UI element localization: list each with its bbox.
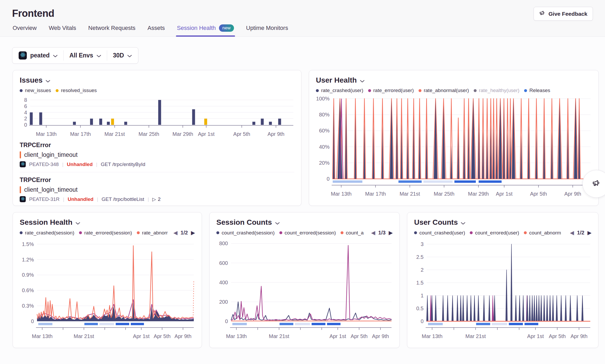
svg-text:Mar 13th: Mar 13th	[36, 131, 57, 137]
svg-text:Mar 13th: Mar 13th	[32, 333, 53, 339]
give-feedback-button[interactable]: Give Feedback	[534, 7, 593, 21]
pagination-label: 1/2	[181, 230, 188, 236]
top-panel-row: Issues new_issues resolved_issues 02468M…	[13, 70, 599, 206]
prev-page-icon[interactable]: ◀	[371, 230, 375, 236]
megaphone-icon	[592, 179, 601, 189]
issues-legend: new_issues resolved_issues	[20, 88, 294, 93]
svg-text:Mar 17th: Mar 17th	[365, 191, 386, 197]
svg-text:Mar 25th: Mar 25th	[138, 131, 159, 137]
next-page-icon[interactable]: ▶	[389, 230, 393, 236]
session-health-chart: 00.3%0.6%0.9%1.2%1.5%Mar 13thMar 21stApr…	[20, 238, 195, 344]
svg-text:2: 2	[24, 116, 27, 121]
legend-item-count-crashed-session[interactable]: count_crashed(session)	[216, 230, 275, 236]
svg-text:80%: 80%	[319, 112, 330, 117]
svg-text:Mar 21st: Mar 21st	[74, 333, 94, 339]
legend-dot	[316, 89, 319, 92]
chevron-down-icon	[76, 222, 80, 225]
legend-item-rate-errored-user[interactable]: rate_errored(user)	[368, 88, 414, 93]
date-range-filter[interactable]: 30D	[107, 50, 138, 61]
svg-text:Apr 5th: Apr 5th	[530, 191, 547, 197]
legend-item-count-a[interactable]: count_a	[341, 230, 364, 236]
tab-uptime-monitors[interactable]: Uptime Monitors	[246, 23, 289, 36]
svg-text:20%: 20%	[319, 160, 330, 166]
tab-label: Network Requests	[88, 25, 135, 31]
prev-page-icon[interactable]: ◀	[174, 230, 178, 236]
legend-item-rate-abnorr[interactable]: rate_abnorr	[137, 230, 168, 236]
svg-text:200: 200	[219, 299, 228, 305]
environment-filter[interactable]: All Envs	[63, 50, 107, 61]
svg-text:Apr 1st: Apr 1st	[198, 131, 215, 137]
issue-meta-row: PEATED-31R | Unhandled | GET /trpc/bottl…	[20, 196, 294, 202]
svg-text:Apr 9th: Apr 9th	[571, 333, 587, 339]
legend-item-rate-crashed-user[interactable]: rate_crashed(user)	[316, 88, 363, 93]
legend-item-rate-healthy-user[interactable]: rate_healthy(user)	[474, 88, 519, 93]
svg-text:400: 400	[219, 280, 228, 285]
chevron-down-icon	[127, 52, 132, 59]
project-filter[interactable]: peated	[13, 50, 63, 61]
project-filter-value: peated	[30, 52, 50, 59]
session-health-panel-title[interactable]: Session Health	[20, 218, 195, 227]
tab-web-vitals[interactable]: Web Vitals	[48, 23, 77, 36]
legend-item-releases[interactable]: Releases	[524, 88, 550, 93]
legend-dot	[279, 231, 282, 234]
legend-item-rate-crashed-session[interactable]: rate_crashed(session)	[20, 230, 74, 236]
legend-dot	[20, 231, 23, 234]
svg-text:100%: 100%	[316, 96, 330, 101]
svg-text:8: 8	[24, 97, 27, 103]
user-health-panel-title[interactable]: User Health	[316, 76, 592, 84]
issue-endpoint: GET /trpc/bottleList	[102, 196, 144, 202]
next-page-icon[interactable]: ▶	[587, 230, 591, 236]
chevron-down-icon	[97, 55, 101, 57]
megaphone-icon	[592, 179, 601, 188]
issue-row[interactable]: TRPCError client_login_timeout PEATED-31…	[20, 172, 294, 206]
pagination-label: 1/3	[378, 230, 386, 236]
legend-item-rate-abnormal-user[interactable]: rate_abnormal(user)	[419, 88, 469, 93]
issue-platform-icon	[20, 161, 26, 167]
user-counts-panel-title[interactable]: User Counts	[414, 218, 591, 227]
next-page-icon[interactable]: ▶	[191, 230, 195, 236]
svg-text:6: 6	[24, 103, 27, 109]
tab-overview[interactable]: Overview	[12, 23, 37, 36]
filter-bar: peated All Envs 30D	[12, 47, 138, 64]
chevron-down-icon	[97, 52, 101, 59]
legend-item-resolved-issues[interactable]: resolved_issues	[56, 88, 97, 93]
issue-type: TRPCError	[20, 142, 294, 149]
svg-text:Apr 1st: Apr 1st	[496, 191, 513, 197]
user-counts-panel: User Counts count_crashed(user) count_er…	[407, 212, 598, 348]
environment-filter-value: All Envs	[69, 52, 93, 59]
legend-dot	[20, 89, 23, 92]
svg-text:Mar 21st: Mar 21st	[400, 191, 420, 197]
chevron-down-icon	[360, 76, 364, 84]
svg-text:Mar 17th: Mar 17th	[70, 131, 91, 137]
legend-item-rate-errored-session[interactable]: rate_errored(session)	[79, 230, 132, 236]
session-counts-panel-title[interactable]: Session Counts	[216, 218, 393, 227]
issue-short-id: PEATED-348	[29, 162, 59, 167]
prev-page-icon[interactable]: ◀	[570, 230, 574, 236]
svg-text:2.5: 2.5	[416, 254, 424, 260]
issues-bar-chart: 02468Mar 13thMar 17thMar 21stMar 25thMar…	[20, 95, 295, 137]
chevron-down-icon	[360, 80, 364, 83]
legend-item-count-errored-session[interactable]: count_errored(session)	[279, 230, 336, 236]
legend-dot	[524, 231, 527, 234]
legend-item-count-abnorm[interactable]: count_abnorm	[524, 230, 561, 236]
svg-text:1.5: 1.5	[416, 280, 424, 286]
svg-text:3: 3	[421, 241, 424, 247]
react-logo-icon	[21, 162, 25, 166]
tab-network-requests[interactable]: Network Requests	[88, 23, 136, 36]
legend-item-count-errored-user[interactable]: count_errored(user)	[470, 230, 519, 236]
legend-dot	[56, 89, 59, 92]
svg-text:Mar 21st: Mar 21st	[465, 333, 486, 339]
chevron-down-icon	[275, 222, 280, 225]
svg-text:Apr 1st: Apr 1st	[330, 333, 346, 339]
issues-panel-title[interactable]: Issues	[20, 76, 294, 84]
tab-bar: Overview Web Vitals Network Requests Ass…	[0, 19, 605, 37]
issue-row[interactable]: TRPCError client_login_timeout PEATED-34…	[20, 137, 294, 172]
svg-text:Apr 9th: Apr 9th	[564, 191, 581, 197]
legend-item-new-issues[interactable]: new_issues	[20, 88, 51, 93]
tab-assets[interactable]: Assets	[147, 23, 165, 36]
legend-item-count-crashed-user[interactable]: count_crashed(user)	[414, 230, 465, 236]
page-title: Frontend	[12, 8, 593, 19]
tab-session-health[interactable]: Session Health new	[176, 23, 234, 36]
user-health-legend: rate_crashed(user) rate_errored(user) ra…	[316, 88, 592, 93]
issue-replay-count[interactable]: ▷ 2	[152, 196, 160, 202]
